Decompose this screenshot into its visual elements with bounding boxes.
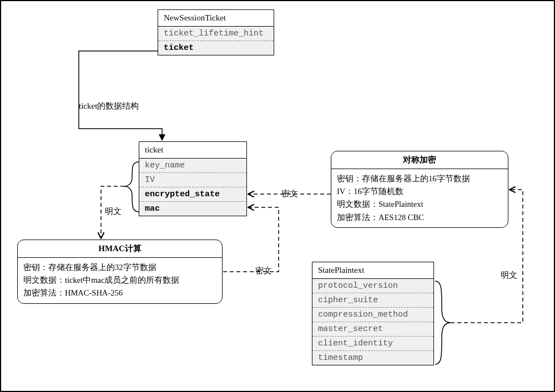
row-key-name: key_name	[139, 159, 246, 173]
hmac-line-key: 密钥：存储在服务器上的32字节数据	[23, 261, 216, 274]
row-ticket: ticket	[158, 41, 274, 55]
row-client-identity: client_identity	[312, 337, 433, 351]
label-ticket-data-structure: ticket的数据结构	[79, 101, 139, 111]
row-encrypted-state: encrypted_state	[139, 187, 246, 202]
row-iv: IV	[139, 173, 246, 187]
symenc-line-key: 密钥：存储在服务器上的16字节数据	[337, 172, 502, 185]
symenc-line-algo: 加密算法：AES128 CBC	[337, 211, 502, 224]
row-timestamp: timestamp	[312, 351, 433, 365]
row-cipher-suite: cipher_suite	[312, 293, 433, 308]
row-ticket-lifetime-hint: ticket_lifetime_hint	[158, 27, 274, 41]
box-ticket: ticket key_name IV encrypted_state mac	[139, 141, 247, 216]
label-ciphertext-bottom: 密文	[255, 266, 272, 276]
label-plaintext-left: 明文	[105, 206, 122, 217]
brace-stateplaintext-right	[435, 281, 451, 364]
hmac-line-algo: 加密算法：HMAC-SHA-256	[23, 287, 216, 299]
body-symmetric-encryption: 密钥：存储在服务器上的16字节数据 IV：16字节随机数 明文数据：StateP…	[331, 169, 508, 227]
label-ciphertext-top: 密文	[281, 189, 298, 199]
title-state-plaintext: StatePlaintext	[312, 262, 433, 279]
body-new-session-ticket: ticket_lifetime_hint ticket	[158, 27, 274, 55]
body-hmac: 密钥：存储在服务器上的32字节数据 明文数据：ticket中mac成员之前的所有…	[18, 258, 222, 303]
body-state-plaintext: protocol_version cipher_suite compressio…	[312, 279, 433, 365]
row-protocol-version: protocol_version	[312, 279, 433, 293]
box-new-session-ticket: NewSessionTicket ticket_lifetime_hint ti…	[158, 9, 274, 55]
row-mac: mac	[139, 202, 246, 216]
diagram-canvas: NewSessionTicket ticket_lifetime_hint ti…	[0, 0, 555, 392]
box-hmac: HMAC计算 密钥：存储在服务器上的32字节数据 明文数据：ticket中mac…	[17, 240, 223, 304]
body-ticket: key_name IV encrypted_state mac	[139, 159, 246, 216]
brace-ticket-left	[124, 162, 139, 212]
box-state-plaintext: StatePlaintext protocol_version cipher_s…	[312, 262, 434, 365]
row-master-secret: master_secret	[312, 322, 433, 337]
title-symmetric-encryption: 对称加密	[331, 151, 508, 169]
arrow-nst-to-ticket	[79, 51, 162, 140]
title-new-session-ticket: NewSessionTicket	[158, 10, 274, 27]
box-symmetric-encryption: 对称加密 密钥：存储在服务器上的16字节数据 IV：16字节随机数 明文数据：S…	[331, 151, 508, 228]
title-ticket: ticket	[139, 142, 246, 159]
symenc-line-plaintext: 明文数据：StatePlaintext	[337, 198, 502, 211]
symenc-line-iv: IV：16字节随机数	[337, 185, 502, 198]
hmac-line-plaintext: 明文数据：ticket中mac成员之前的所有数据	[23, 274, 216, 287]
label-plaintext-right: 明文	[501, 270, 517, 281]
row-compression-method: compression_method	[312, 308, 433, 322]
title-hmac: HMAC计算	[18, 240, 222, 258]
arrow-hmac-ciphertext-to-mac	[223, 207, 279, 272]
